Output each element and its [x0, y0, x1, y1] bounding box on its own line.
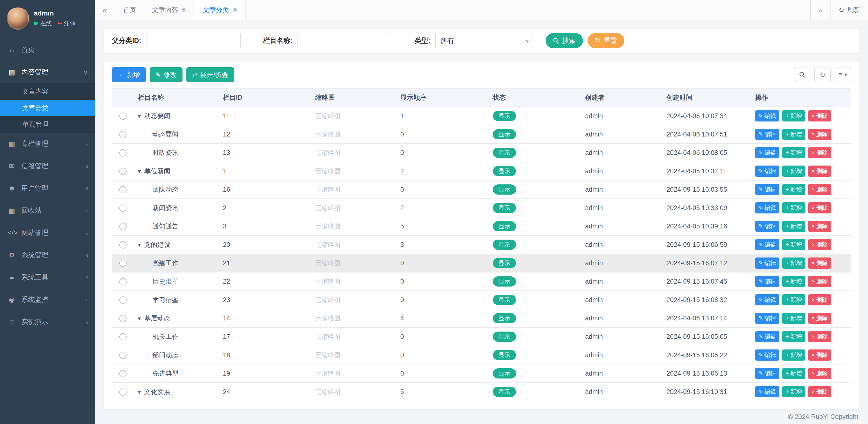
- row-radio-button[interactable]: [119, 131, 127, 138]
- row-delete-button[interactable]: ×删除: [808, 386, 831, 397]
- row-radio-button[interactable]: [119, 241, 127, 249]
- row-add-button[interactable]: +新增: [782, 313, 805, 324]
- logout-link[interactable]: ↪ 注销: [58, 20, 75, 27]
- row-radio-button[interactable]: [119, 315, 127, 322]
- row-add-button[interactable]: +新增: [782, 129, 805, 140]
- sidebar-item-demo[interactable]: ⊡实例演示‹: [0, 311, 95, 333]
- sidebar-item-system-management[interactable]: ⚙系统管理‹: [0, 244, 95, 266]
- add-button[interactable]: ＋ 新增: [112, 67, 146, 82]
- row-delete-button[interactable]: ×删除: [808, 331, 831, 342]
- sidebar-item-article-category[interactable]: 文章分类: [0, 100, 95, 116]
- row-add-button[interactable]: +新增: [782, 368, 805, 379]
- row-radio-button[interactable]: [119, 370, 127, 377]
- row-add-button[interactable]: +新增: [782, 147, 805, 158]
- sidebar-item-content-management[interactable]: ▤ 内容管理 ∨: [0, 61, 95, 83]
- tree-collapse-icon[interactable]: ▾: [138, 168, 141, 174]
- type-select[interactable]: 所有: [435, 33, 532, 48]
- expand-collapse-button[interactable]: ⇄ 展开/折叠: [186, 67, 234, 82]
- row-delete-button[interactable]: ×删除: [808, 166, 831, 177]
- row-radio-button[interactable]: [119, 333, 127, 340]
- tab-home[interactable]: 首页: [115, 0, 144, 20]
- row-edit-button[interactable]: ✎编辑: [755, 368, 779, 379]
- row-edit-button[interactable]: ✎编辑: [755, 294, 779, 305]
- tree-collapse-icon[interactable]: ▾: [138, 389, 141, 395]
- row-delete-button[interactable]: ×删除: [808, 202, 831, 214]
- row-radio-button[interactable]: [119, 204, 127, 212]
- close-icon[interactable]: ⊗: [182, 6, 187, 14]
- row-add-button[interactable]: +新增: [782, 386, 805, 397]
- row-delete-button[interactable]: ×删除: [808, 129, 831, 140]
- row-delete-button[interactable]: ×删除: [808, 239, 831, 250]
- row-edit-button[interactable]: ✎编辑: [755, 129, 779, 140]
- tree-collapse-icon[interactable]: ▾: [138, 113, 141, 119]
- row-edit-button[interactable]: ✎编辑: [755, 184, 779, 195]
- row-edit-button[interactable]: ✎编辑: [755, 147, 779, 158]
- sidebar-item-site-management[interactable]: </>网站管理‹: [0, 222, 95, 244]
- row-radio-button[interactable]: [119, 112, 127, 120]
- row-delete-button[interactable]: ×删除: [808, 258, 831, 269]
- row-edit-button[interactable]: ✎编辑: [755, 331, 779, 342]
- row-delete-button[interactable]: ×删除: [808, 147, 831, 158]
- row-add-button[interactable]: +新增: [782, 350, 805, 361]
- row-radio-button[interactable]: [119, 260, 127, 267]
- avatar[interactable]: [7, 7, 29, 30]
- tab-article-category[interactable]: 文章分类 ⊗: [195, 0, 246, 20]
- sidebar-item-home[interactable]: ⌂ 首页: [0, 39, 95, 61]
- tab-article-content[interactable]: 文章内容 ⊗: [144, 0, 195, 20]
- tree-collapse-icon[interactable]: ▾: [138, 241, 141, 248]
- row-delete-button[interactable]: ×删除: [808, 221, 831, 232]
- category-name-input[interactable]: [298, 33, 392, 48]
- row-radio-button[interactable]: [119, 149, 127, 157]
- row-delete-button[interactable]: ×删除: [808, 184, 831, 195]
- search-button[interactable]: 搜索: [546, 33, 583, 48]
- row-add-button[interactable]: +新增: [782, 258, 805, 269]
- close-icon[interactable]: ⊗: [232, 6, 238, 14]
- row-radio-button[interactable]: [119, 352, 127, 359]
- row-radio-button[interactable]: [119, 168, 127, 175]
- row-edit-button[interactable]: ✎编辑: [755, 239, 779, 250]
- tree-collapse-icon[interactable]: ▾: [138, 315, 141, 322]
- row-edit-button[interactable]: ✎编辑: [755, 276, 779, 287]
- row-radio-button[interactable]: [119, 186, 127, 193]
- row-edit-button[interactable]: ✎编辑: [755, 221, 779, 232]
- row-add-button[interactable]: +新增: [782, 166, 805, 177]
- sidebar-item-single-page[interactable]: 单页管理: [0, 116, 95, 133]
- row-edit-button[interactable]: ✎编辑: [755, 386, 779, 397]
- row-add-button[interactable]: +新增: [782, 110, 805, 122]
- sidebar-item-recycle-bin[interactable]: ▥回收站‹: [0, 199, 95, 222]
- row-edit-button[interactable]: ✎编辑: [755, 202, 779, 214]
- row-delete-button[interactable]: ×删除: [808, 294, 831, 305]
- row-radio-button[interactable]: [119, 278, 127, 285]
- row-edit-button[interactable]: ✎编辑: [755, 313, 779, 324]
- row-add-button[interactable]: +新增: [782, 239, 805, 250]
- row-delete-button[interactable]: ×删除: [808, 276, 831, 287]
- row-add-button[interactable]: +新增: [782, 294, 805, 305]
- tabs-scroll-right-button[interactable]: »: [810, 0, 831, 20]
- row-edit-button[interactable]: ✎编辑: [755, 166, 779, 177]
- row-edit-button[interactable]: ✎编辑: [755, 350, 779, 361]
- reset-button[interactable]: ↻ 重置: [588, 33, 624, 48]
- row-edit-button[interactable]: ✎编辑: [755, 110, 779, 122]
- row-add-button[interactable]: +新增: [782, 331, 805, 342]
- sidebar-item-article-content[interactable]: 文章内容: [0, 83, 95, 100]
- sidebar-item-mailbox-management[interactable]: ✉信箱管理‹: [0, 155, 95, 177]
- sidebar-item-system-tools[interactable]: ≡系统工具‹: [0, 266, 95, 289]
- row-delete-button[interactable]: ×删除: [808, 110, 831, 122]
- row-add-button[interactable]: +新增: [782, 221, 805, 232]
- refresh-table-button[interactable]: ↻: [814, 67, 831, 82]
- row-delete-button[interactable]: ×删除: [808, 368, 831, 379]
- row-radio-button[interactable]: [119, 296, 127, 304]
- row-delete-button[interactable]: ×删除: [808, 313, 831, 324]
- sidebar-item-column-management[interactable]: ▦专栏管理‹: [0, 133, 95, 155]
- columns-toggle-button[interactable]: ≡ ▾: [835, 67, 851, 82]
- sidebar-item-system-monitor[interactable]: ◉系统监控‹: [0, 289, 95, 311]
- row-radio-button[interactable]: [119, 223, 127, 230]
- row-add-button[interactable]: +新增: [782, 184, 805, 195]
- parent-id-input[interactable]: [146, 33, 241, 48]
- sidebar-item-user-management[interactable]: ☻用户管理‹: [0, 177, 95, 199]
- refresh-page-button[interactable]: ↻ 刷新: [831, 0, 868, 20]
- row-add-button[interactable]: +新增: [782, 276, 805, 287]
- row-edit-button[interactable]: ✎编辑: [755, 258, 779, 269]
- modify-button[interactable]: ✎ 修改: [150, 67, 183, 82]
- row-delete-button[interactable]: ×删除: [808, 350, 831, 361]
